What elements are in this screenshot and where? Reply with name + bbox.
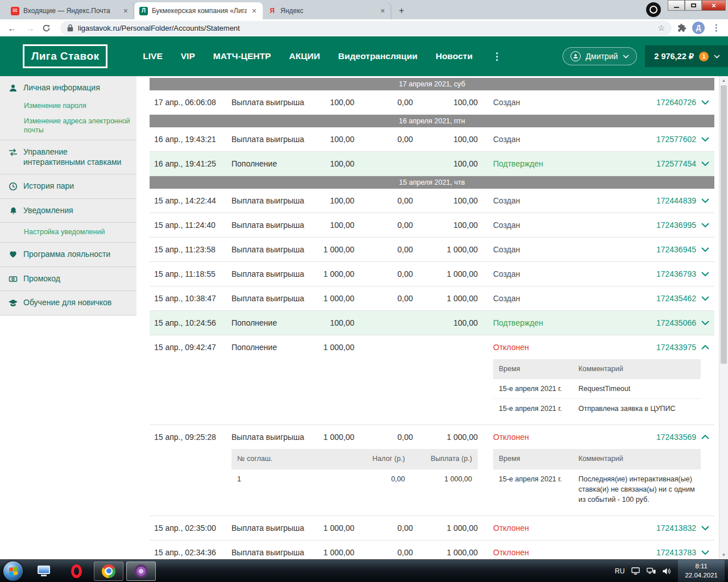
browser-menu-icon[interactable]: ⋮ (710, 23, 722, 33)
statement-row[interactable]: 17 апр., 06:06:08Выплата выигрыша100,000… (150, 90, 714, 114)
sidebar-item-label: Изменение адреса электронной почты (24, 117, 131, 135)
expand-chevron-icon[interactable] (696, 238, 714, 261)
taskbar-app-computer[interactable] (29, 562, 59, 581)
row-tax: 0,00 (354, 548, 413, 557)
tab-close-icon[interactable]: × (379, 6, 386, 15)
browser-tab-mail[interactable]: ✉ Входящие — Яндекс.Почта × (6, 2, 134, 19)
ligastavok-favicon: Л (139, 7, 148, 15)
statement-row[interactable]: 15 апр., 14:22:44Выплата выигрыша100,000… (150, 189, 714, 213)
arrows-icon (8, 148, 18, 157)
taskbar-app-tor-browser[interactable] (126, 562, 156, 581)
statement-row[interactable]: 15 апр., 11:23:58Выплата выигрыша1 000,0… (150, 238, 714, 261)
address-bar[interactable]: ligastavok.ru/PersonalFolder/Accounts/St… (60, 21, 672, 35)
statement-row[interactable]: 16 апр., 19:41:25Пополнение100,00100,00П… (150, 152, 714, 176)
taskbar-app-opera[interactable] (61, 562, 91, 581)
expand-chevron-icon[interactable] (696, 286, 714, 310)
start-button[interactable] (3, 562, 23, 581)
comments-table: ВремяКомментарий15-е апреля 2021 г.После… (493, 449, 701, 509)
language-indicator[interactable]: RU (615, 567, 624, 575)
nav-item-promotions[interactable]: АКЦИИ (289, 51, 320, 61)
sidebar-item[interactable]: Уведомления (0, 201, 136, 221)
row-status: Создан (478, 221, 582, 230)
reload-button[interactable] (42, 24, 55, 32)
new-tab-button[interactable]: + (395, 4, 408, 18)
date-group-header: 15 апреля 2021, чтв (150, 176, 714, 189)
clock-time: 8:11 (695, 562, 708, 571)
window-controls: × (668, 0, 726, 11)
expand-chevron-icon[interactable] (696, 152, 714, 176)
row-status: Отклонен (478, 523, 582, 533)
browser-tab-ligastavok[interactable]: Л Букмекерская компания «Лига × (134, 2, 263, 19)
site-logo[interactable]: Лига Ставок (23, 44, 107, 68)
expand-chevron-icon[interactable] (696, 541, 714, 559)
row-operation: Выплата выигрыша (231, 98, 307, 107)
sidebar-item[interactable]: История пари (0, 176, 136, 197)
statement-row[interactable]: 15 апр., 11:24:40Выплата выигрыша100,000… (150, 213, 714, 237)
row-payout: 100,00 (413, 98, 478, 107)
sidebar-group: Обучение для новичков (0, 291, 136, 315)
row-operation: Выплата выигрыша (231, 245, 307, 254)
nav-more-icon[interactable]: ⋮ (492, 51, 502, 63)
nav-item-vip[interactable]: VIP (181, 51, 195, 61)
scroll-up-icon[interactable]: ▲ (719, 76, 728, 85)
sidebar-item[interactable]: Программа лояльности (0, 244, 136, 265)
sub-header-cell: Выплата (р.) (411, 449, 478, 468)
expand-chevron-icon[interactable] (696, 127, 714, 151)
statement-row[interactable]: 15 апр., 09:42:47Пополнение1 000,00Откло… (150, 335, 714, 359)
expand-chevron-icon[interactable] (696, 189, 714, 213)
expand-chevron-icon[interactable] (696, 516, 714, 540)
window-close-button[interactable]: × (702, 0, 726, 11)
expand-chevron-icon[interactable] (696, 90, 714, 114)
nav-item-match-center[interactable]: МАТЧ-ЦЕНТР (213, 51, 271, 61)
page-scrollbar[interactable]: ▲ ▼ (719, 76, 728, 559)
statement-row[interactable]: 15 апр., 02:34:36Выплата выигрыша1 000,0… (150, 541, 714, 559)
nav-item-live[interactable]: LIVE (143, 51, 162, 61)
scrollbar-thumb[interactable] (721, 85, 727, 364)
collapse-chevron-icon[interactable] (696, 425, 714, 449)
nav-item-video[interactable]: Видеотрансляции (338, 51, 417, 61)
expand-chevron-icon[interactable] (696, 213, 714, 237)
row-operation: Выплата выигрыша (231, 135, 307, 144)
user-menu[interactable]: Дмитрий (562, 47, 638, 65)
statement-row[interactable]: 15 апр., 10:38:47Выплата выигрыша1 000,0… (150, 286, 714, 310)
expand-chevron-icon[interactable] (696, 262, 714, 286)
sidebar-item[interactable]: Изменение пароля (0, 98, 136, 114)
nav-item-news[interactable]: Новости (436, 51, 473, 61)
statement-row[interactable]: 15 апр., 02:35:00Выплата выигрыша1 000,0… (150, 516, 714, 540)
back-button[interactable]: ← (6, 23, 18, 33)
window-minimize-button[interactable] (668, 0, 685, 11)
display-tray-icon[interactable] (631, 567, 640, 575)
tab-close-icon[interactable]: × (251, 6, 258, 15)
taskbar-clock[interactable]: 8:11 22.04.2021 (678, 560, 725, 582)
scroll-down-icon[interactable]: ▼ (719, 551, 728, 559)
row-id: 172435066 (582, 318, 696, 327)
taskbar-app-chrome[interactable] (94, 562, 123, 581)
payout-details-table: № соглаш.Налог (р.)Выплата (р.)10,001 00… (231, 449, 478, 488)
balance-menu[interactable]: 2 976,22 ₽ 1 (645, 45, 728, 67)
sidebar-item[interactable]: Промокод (0, 269, 136, 289)
sidebar-item[interactable]: Настройка уведомлений (0, 225, 136, 240)
volume-tray-icon[interactable] (663, 568, 671, 575)
tor-browser-icon (134, 564, 148, 578)
sidebar-item[interactable]: Управление интерактивными ставками (0, 142, 136, 172)
forward-button[interactable]: → (24, 23, 36, 33)
row-time: 15 апр., 11:18:55 (150, 269, 231, 278)
sidebar-group: Настройка уведомлений (0, 223, 136, 243)
profile-avatar[interactable]: Д (692, 22, 705, 34)
statement-row[interactable]: 15 апр., 10:24:56Пополнение100,00100,00П… (150, 311, 714, 335)
expand-chevron-icon[interactable] (696, 311, 714, 335)
sidebar-item[interactable]: Личная информация (0, 78, 136, 98)
network-tray-icon[interactable] (647, 568, 656, 575)
bookmark-star-icon[interactable]: ☆ (657, 23, 665, 32)
tab-close-icon[interactable]: × (122, 6, 129, 15)
collapse-chevron-icon[interactable] (696, 335, 714, 359)
tab-title: Входящие — Яндекс.Почта (23, 7, 118, 15)
extensions-icon[interactable] (677, 23, 686, 32)
browser-tab-yandex[interactable]: Я Яндекс × (263, 2, 391, 19)
window-maximize-button[interactable] (685, 0, 702, 11)
statement-row[interactable]: 15 апр., 09:25:28Выплата выигрыша1 000,0… (150, 425, 714, 449)
statement-row[interactable]: 16 апр., 19:43:21Выплата выигрыша100,000… (150, 127, 714, 151)
sidebar-item[interactable]: Изменение адреса электронной почты (0, 114, 136, 138)
statement-row[interactable]: 15 апр., 11:18:55Выплата выигрыша1 000,0… (150, 262, 714, 286)
sidebar-item[interactable]: Обучение для новичков (0, 293, 136, 313)
